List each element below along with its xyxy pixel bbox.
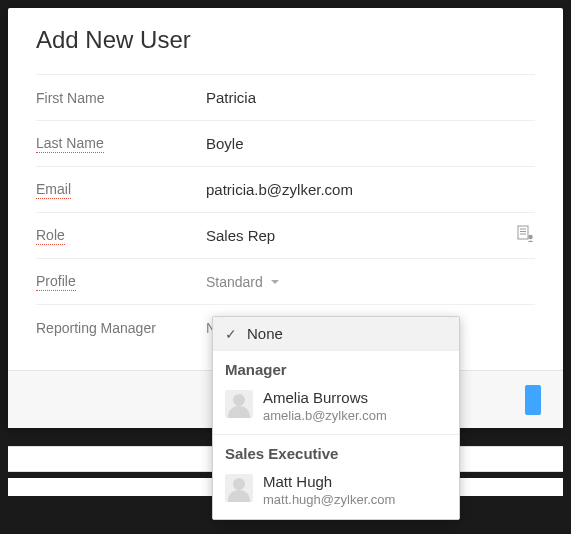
dropdown-option-none[interactable]: ✓ None <box>213 317 459 350</box>
dialog-title: Add New User <box>36 26 535 54</box>
role-lookup-icon[interactable] <box>517 225 535 246</box>
row-role: Role <box>36 212 535 258</box>
person-name: Matt Hugh <box>263 472 395 492</box>
row-email: Email <box>36 166 535 212</box>
person-email: matt.hugh@zylker.com <box>263 492 395 509</box>
svg-point-4 <box>528 235 532 239</box>
primary-button[interactable] <box>525 385 541 415</box>
avatar-icon <box>225 390 253 418</box>
input-role[interactable] <box>206 227 396 244</box>
dropdown-option-amelia-burrows[interactable]: Amelia Burrows amelia.b@zylker.com <box>213 382 459 434</box>
dropdown-group-sales-executive: Sales Executive <box>213 434 459 466</box>
label-reporting-manager: Reporting Manager <box>36 320 206 336</box>
select-profile-value: Standard <box>206 274 263 290</box>
select-profile[interactable]: Standard <box>206 274 279 290</box>
check-icon: ✓ <box>225 326 241 342</box>
reporting-manager-dropdown: ✓ None Manager Amelia Burrows amelia.b@z… <box>212 316 460 520</box>
row-first-name: First Name <box>36 74 535 120</box>
dropdown-option-matt-hugh[interactable]: Matt Hugh matt.hugh@zylker.com <box>213 466 459 518</box>
svg-rect-0 <box>518 226 528 239</box>
input-email[interactable] <box>206 181 535 198</box>
chevron-down-icon <box>271 280 279 284</box>
person-email: amelia.b@zylker.com <box>263 408 387 425</box>
avatar-icon <box>225 474 253 502</box>
row-profile: Profile Standard <box>36 258 535 304</box>
label-last-name: Last Name <box>36 135 104 153</box>
dropdown-group-manager: Manager <box>213 350 459 382</box>
dropdown-none-label: None <box>247 325 283 342</box>
label-email: Email <box>36 181 71 199</box>
input-first-name[interactable] <box>206 89 535 106</box>
label-role: Role <box>36 227 65 245</box>
input-last-name[interactable] <box>206 135 535 152</box>
person-info: Matt Hugh matt.hugh@zylker.com <box>263 472 395 508</box>
person-name: Amelia Burrows <box>263 388 387 408</box>
person-info: Amelia Burrows amelia.b@zylker.com <box>263 388 387 424</box>
label-profile: Profile <box>36 273 76 291</box>
dialog-header: Add New User <box>8 8 563 74</box>
row-last-name: Last Name <box>36 120 535 166</box>
label-first-name: First Name <box>36 90 206 106</box>
